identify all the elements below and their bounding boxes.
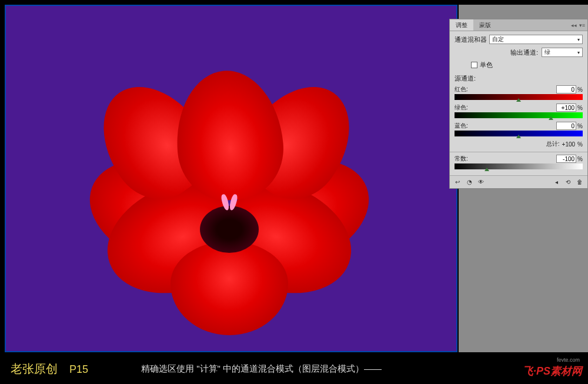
red-channel-row: 红色: % bbox=[455, 85, 583, 100]
flower-image bbox=[82, 41, 376, 335]
percent-label: % bbox=[577, 156, 583, 162]
collapse-icon[interactable]: ◂◂ bbox=[571, 22, 577, 28]
caption-text: 精确选区使用 "计算" 中的通道混合模式（图层混合模式）—— bbox=[141, 363, 382, 375]
preset-row: 通道混和器 自定 bbox=[455, 35, 583, 44]
app-frame: 调整 蒙版 ◂◂ ▾≡ 通道混和器 自定 输出通道: 绿 bbox=[0, 0, 588, 384]
slider-thumb[interactable] bbox=[516, 135, 521, 138]
percent-label: % bbox=[577, 86, 583, 93]
panel-tabs: 调整 蒙版 ◂◂ ▾≡ bbox=[450, 19, 587, 31]
tab-masks[interactable]: 蒙版 bbox=[473, 19, 497, 31]
watermark-url: fevte.com bbox=[557, 357, 580, 363]
slider-thumb[interactable] bbox=[485, 168, 489, 171]
green-value-input[interactable] bbox=[556, 103, 576, 112]
output-channel-value: 绿 bbox=[544, 48, 550, 56]
adjustment-name: 通道混和器 bbox=[455, 35, 487, 44]
tab-adjustments[interactable]: 调整 bbox=[450, 19, 473, 31]
constant-value-input[interactable] bbox=[556, 155, 576, 163]
percent-label: % bbox=[577, 123, 583, 129]
monochrome-checkbox[interactable] bbox=[471, 62, 477, 68]
divider bbox=[450, 152, 587, 152]
blue-slider[interactable] bbox=[455, 131, 583, 136]
constant-label: 常数: bbox=[455, 155, 468, 163]
visibility-icon[interactable]: 👁 bbox=[477, 178, 485, 186]
constant-slider[interactable] bbox=[455, 163, 583, 169]
percent-label: % bbox=[577, 105, 583, 111]
petal bbox=[171, 241, 288, 335]
preset-value: 自定 bbox=[492, 35, 504, 44]
constant-row: 常数: % bbox=[455, 155, 583, 169]
canvas[interactable] bbox=[5, 5, 457, 352]
output-channel-label: 输出通道: bbox=[510, 48, 538, 57]
panel-body: 通道混和器 自定 输出通道: 绿 单色 源通道: 红色: bbox=[450, 31, 587, 175]
preset-dropdown[interactable]: 自定 bbox=[489, 35, 583, 44]
slider-thumb[interactable] bbox=[549, 116, 553, 120]
previous-state-icon[interactable]: ◂ bbox=[552, 178, 560, 186]
trash-icon[interactable]: 🗑 bbox=[576, 178, 584, 186]
panel-tab-controls: ◂◂ ▾≡ bbox=[571, 19, 587, 31]
blue-value-input[interactable] bbox=[556, 122, 576, 130]
green-slider[interactable] bbox=[455, 112, 583, 118]
watermark-logo: 飞·PS素材网 bbox=[523, 364, 582, 378]
monochrome-label: 单色 bbox=[480, 61, 493, 69]
blue-channel-row: 蓝色: % bbox=[455, 122, 583, 136]
slider-thumb[interactable] bbox=[516, 98, 521, 102]
total-row: 总计: +100 % bbox=[455, 140, 583, 148]
blue-label: 蓝色: bbox=[455, 122, 468, 130]
reset-icon[interactable]: ⟲ bbox=[564, 178, 572, 186]
author-name: 老张原创 bbox=[11, 361, 58, 377]
output-channel-row: 输出通道: 绿 bbox=[455, 48, 583, 57]
menu-icon[interactable]: ▾≡ bbox=[579, 22, 585, 28]
red-label: 红色: bbox=[455, 85, 468, 94]
monochrome-row: 单色 bbox=[471, 61, 583, 69]
green-label: 绿色: bbox=[455, 103, 468, 112]
clip-to-layer-icon[interactable]: ◔ bbox=[465, 178, 473, 186]
caption-bar: 老张原创 P15 精确选区使用 "计算" 中的通道混合模式（图层混合模式）—— bbox=[5, 353, 588, 384]
total-value: +100 bbox=[562, 141, 576, 148]
return-arrow-icon[interactable]: ↩ bbox=[453, 178, 462, 186]
red-slider[interactable] bbox=[455, 94, 583, 100]
percent-label: % bbox=[577, 141, 583, 148]
green-channel-row: 绿色: % bbox=[455, 103, 583, 118]
red-value-input[interactable] bbox=[556, 85, 576, 94]
adjustments-panel: 调整 蒙版 ◂◂ ▾≡ 通道混和器 自定 输出通道: 绿 bbox=[449, 19, 588, 189]
page-number: P15 bbox=[69, 363, 88, 376]
panel-footer: ↩ ◔ 👁 ◂ ⟲ 🗑 bbox=[450, 175, 587, 188]
flower-stamen bbox=[218, 194, 241, 223]
total-label: 总计: bbox=[546, 140, 560, 148]
source-channels-label: 源通道: bbox=[455, 74, 583, 83]
output-channel-dropdown[interactable]: 绿 bbox=[542, 48, 583, 57]
author-block: 老张原创 P15 bbox=[11, 361, 88, 377]
